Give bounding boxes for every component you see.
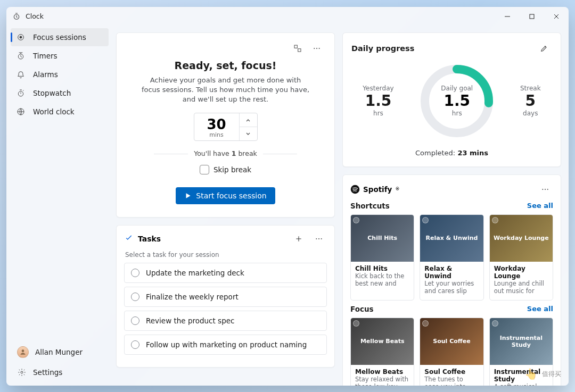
- task-radio[interactable]: [131, 293, 139, 301]
- sidebar-item-timers[interactable]: Timers: [11, 47, 109, 65]
- cover-label: Workday Lounge: [494, 235, 549, 241]
- svg-rect-10: [298, 48, 301, 51]
- playlist-card[interactable]: Workday LoungeWorkday LoungeLounge and c…: [489, 214, 553, 301]
- stopwatch-icon: [16, 88, 26, 98]
- settings-label: Settings: [33, 368, 62, 377]
- gear-icon: [17, 368, 27, 377]
- task-item[interactable]: Update the marketing deck: [124, 263, 327, 283]
- task-radio[interactable]: [131, 269, 139, 277]
- svg-rect-1: [530, 14, 534, 19]
- playlist-desc: Let your worries and cares slip away.: [424, 280, 479, 296]
- cover-label: Relax & Unwind: [426, 235, 478, 241]
- account-row[interactable]: Allan Munger: [11, 342, 109, 362]
- expand-icon[interactable]: [290, 40, 306, 56]
- alarms-icon: [16, 70, 26, 79]
- duration-stepper[interactable]: 30 mins: [194, 113, 258, 141]
- edit-goal-button[interactable]: [536, 40, 552, 56]
- app-title: Clock: [26, 12, 44, 20]
- task-item[interactable]: Review the product spec: [124, 311, 327, 331]
- watermark: 👆值得买: [524, 368, 561, 380]
- svg-point-22: [547, 188, 548, 189]
- clock-app-window: Clock Focus sessionsTimersAlarmsStopwatc…: [6, 7, 569, 386]
- focus-heading: Ready, set, focus!: [126, 60, 325, 71]
- cover-label: Instrumental Study: [492, 335, 551, 348]
- focus-session-card: Ready, set, focus! Achieve your goals an…: [116, 32, 335, 218]
- playlist-name: Relax & Unwind: [424, 265, 479, 280]
- task-label: Review the product spec: [146, 316, 234, 325]
- duration-up[interactable]: [240, 113, 257, 127]
- svg-point-21: [545, 188, 546, 189]
- spotify-badge-icon: [492, 320, 498, 327]
- metric-yesterday: Yesterday 1.5 hrs: [363, 85, 393, 117]
- progress-title: Daily progress: [351, 44, 414, 53]
- playlist-name: Chill Hits: [355, 265, 409, 272]
- playlist-card[interactable]: Chill HitsChill HitsKick back to the bes…: [350, 214, 414, 301]
- spotify-section-title: Shortcuts: [350, 202, 390, 210]
- task-label: Follow up with marketing on product nami…: [146, 340, 307, 349]
- skip-break-checkbox[interactable]: [200, 165, 209, 174]
- svg-point-20: [542, 188, 543, 189]
- focus-icon: [16, 32, 26, 42]
- add-task-button[interactable]: [291, 231, 307, 247]
- task-item[interactable]: Follow up with marketing on product nami…: [124, 335, 327, 355]
- world-icon: [16, 107, 26, 116]
- tasks-hint: Select a task for your session: [125, 251, 326, 258]
- task-radio[interactable]: [131, 316, 139, 325]
- spotify-badge-icon: [422, 320, 429, 327]
- tasks-card: Tasks Select a task for your session Upd…: [116, 225, 335, 368]
- settings-row[interactable]: Settings: [11, 362, 109, 382]
- playlist-name: Soul Coffee: [424, 368, 479, 376]
- playlist-desc: The tunes to ease you into your day.: [424, 376, 479, 386]
- svg-point-3: [20, 36, 22, 38]
- see-all-link[interactable]: See all: [527, 202, 553, 210]
- focus-subtitle: Achieve your goals and get more done wit…: [141, 76, 311, 105]
- task-label: Update the marketing deck: [146, 269, 244, 277]
- spotify-badge-icon: [422, 217, 429, 223]
- sidebar-item-alarms[interactable]: Alarms: [11, 65, 109, 84]
- sidebar-item-label: Alarms: [33, 70, 58, 79]
- see-all-link[interactable]: See all: [527, 305, 553, 313]
- spotify-more-icon[interactable]: [537, 181, 553, 197]
- user-name: Allan Munger: [35, 348, 83, 356]
- start-focus-button[interactable]: Start focus session: [176, 187, 275, 204]
- svg-point-12: [316, 47, 317, 48]
- progress-ring: Daily goal 1.5 hrs: [416, 61, 497, 141]
- duration-unit: mins: [209, 131, 223, 138]
- svg-point-16: [321, 238, 322, 239]
- svg-point-11: [314, 47, 315, 48]
- sidebar: Focus sessionsTimersAlarmsStopwatchWorld…: [6, 26, 113, 386]
- svg-point-13: [319, 47, 320, 48]
- playlist-desc: Stay relaxed with these low-key beat…: [355, 376, 409, 386]
- skip-break-label: Skip break: [213, 165, 251, 174]
- spotify-logo: Spotify®: [350, 185, 399, 194]
- playlist-name: Mellow Beats: [355, 368, 409, 376]
- svg-point-15: [318, 238, 319, 239]
- titlebar[interactable]: Clock: [6, 7, 569, 26]
- cover-label: Chill Hits: [367, 235, 397, 241]
- sidebar-item-label: Timers: [33, 52, 58, 60]
- sidebar-item-focus[interactable]: Focus sessions: [11, 28, 109, 46]
- task-label: Finalize the weekly report: [146, 293, 239, 301]
- playlist-card[interactable]: Relax & UnwindRelax & UnwindLet your wor…: [420, 214, 483, 301]
- playlist-desc: A soft musical backdrop for your …: [494, 383, 548, 386]
- sidebar-item-world[interactable]: World clock: [11, 103, 109, 121]
- more-icon[interactable]: [309, 40, 325, 56]
- tasks-more-icon[interactable]: [311, 231, 327, 247]
- playlist-card[interactable]: Soul CoffeeSoul CoffeeThe tunes to ease …: [420, 318, 483, 386]
- task-radio[interactable]: [131, 340, 139, 349]
- tasks-check-icon: [124, 233, 134, 245]
- playlist-card[interactable]: Mellow BeatsMellow BeatsStay relaxed wit…: [350, 318, 414, 386]
- duration-down[interactable]: [240, 127, 257, 140]
- task-item[interactable]: Finalize the weekly report: [124, 287, 327, 307]
- svg-point-8: [21, 371, 23, 373]
- cover-label: Soul Coffee: [433, 338, 470, 345]
- svg-point-7: [22, 349, 24, 352]
- minimize-button[interactable]: [495, 7, 520, 26]
- close-button[interactable]: [544, 7, 569, 26]
- cover-label: Mellow Beats: [360, 338, 405, 345]
- playlist-desc: Lounge and chill out music for your wor…: [494, 280, 548, 296]
- sidebar-item-stopwatch[interactable]: Stopwatch: [11, 84, 109, 102]
- maximize-button[interactable]: [520, 7, 544, 26]
- sidebar-item-label: Focus sessions: [33, 33, 86, 41]
- tasks-title: Tasks: [138, 235, 161, 243]
